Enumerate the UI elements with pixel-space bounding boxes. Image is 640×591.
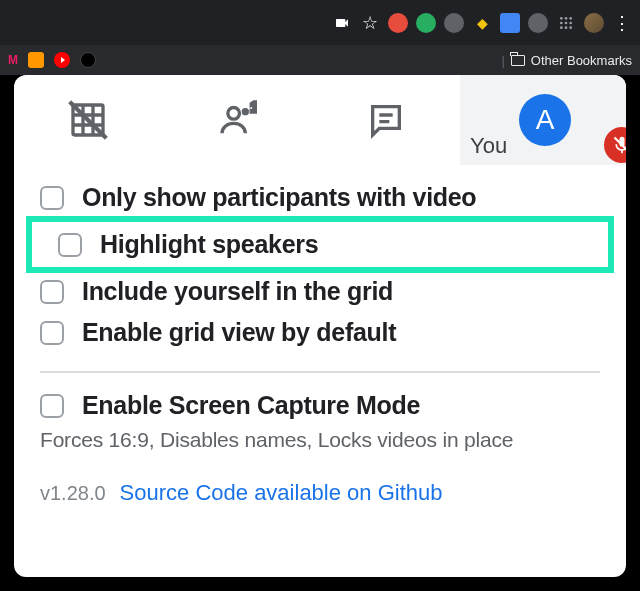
bookmarks-left: M: [8, 52, 96, 68]
svg-text:1: 1: [250, 100, 257, 115]
option-only-video[interactable]: Only show participants with video: [40, 177, 600, 218]
svg-point-5: [569, 21, 572, 24]
star-icon[interactable]: ☆: [360, 13, 380, 33]
option-label: Enable grid view by default: [82, 318, 396, 347]
tab-grid-off[interactable]: [14, 75, 163, 165]
option-label: Include yourself in the grid: [82, 277, 393, 306]
browser-toolbar: ☆ ◆ ⋮: [0, 0, 640, 45]
extension-icon[interactable]: [444, 13, 464, 33]
option-label: Only show participants with video: [82, 183, 476, 212]
source-code-link[interactable]: Source Code available on Github: [120, 480, 443, 506]
bookmark-icon[interactable]: [54, 52, 70, 68]
svg-point-7: [565, 26, 568, 29]
other-bookmarks[interactable]: | Other Bookmarks: [501, 53, 632, 68]
svg-point-6: [560, 26, 563, 29]
checkbox[interactable]: [40, 394, 64, 418]
svg-point-2: [569, 17, 572, 20]
folder-icon: [511, 55, 525, 66]
tab-chat[interactable]: [311, 75, 460, 165]
extension-icon[interactable]: [388, 13, 408, 33]
option-label: Enable Screen Capture Mode: [82, 391, 420, 420]
extension-panel: 1 You A: [14, 75, 626, 577]
you-label: You: [470, 133, 507, 165]
content-area: 1 You A: [0, 75, 640, 591]
camera-icon[interactable]: [332, 13, 352, 33]
svg-point-1: [565, 17, 568, 20]
checkbox[interactable]: [58, 233, 82, 257]
svg-point-8: [569, 26, 572, 29]
apps-grid-icon[interactable]: [556, 13, 576, 33]
mic-muted-icon[interactable]: [604, 127, 626, 163]
checkbox[interactable]: [40, 321, 64, 345]
tab-people[interactable]: 1: [163, 75, 312, 165]
separator: [40, 371, 600, 373]
option-default-grid[interactable]: Enable grid view by default: [40, 312, 600, 353]
svg-point-4: [565, 21, 568, 24]
bookmark-icon[interactable]: [28, 52, 44, 68]
other-bookmarks-label: Other Bookmarks: [531, 53, 632, 68]
svg-point-16: [242, 108, 249, 115]
svg-point-15: [228, 108, 240, 120]
checkbox[interactable]: [40, 186, 64, 210]
version-label: v1.28.0: [40, 482, 106, 505]
bookmark-icon[interactable]: M: [8, 53, 18, 67]
profile-avatar[interactable]: [584, 13, 604, 33]
option-include-self[interactable]: Include yourself in the grid: [40, 271, 600, 312]
options-list: Only show participants with video Highli…: [14, 165, 626, 452]
divider: |: [501, 53, 504, 68]
kebab-menu-icon[interactable]: ⋮: [612, 13, 632, 33]
avatar: A: [519, 94, 571, 146]
footer: v1.28.0 Source Code available on Github: [14, 452, 626, 506]
option-label: Highlight speakers: [100, 230, 318, 259]
bookmark-icon[interactable]: [80, 52, 96, 68]
svg-point-0: [560, 17, 563, 20]
svg-line-14: [70, 102, 107, 139]
tab-row: 1 You A: [14, 75, 626, 165]
avatar-initial: A: [536, 104, 555, 136]
extension-icon[interactable]: [416, 13, 436, 33]
extension-icon[interactable]: [500, 13, 520, 33]
self-video-tile[interactable]: You A: [460, 75, 626, 165]
extension-icon[interactable]: ◆: [472, 13, 492, 33]
extension-icon[interactable]: [528, 13, 548, 33]
option-capture-mode[interactable]: Enable Screen Capture Mode: [40, 385, 600, 426]
capture-mode-description: Forces 16:9, Disables names, Locks video…: [40, 428, 600, 452]
bookmarks-bar: M | Other Bookmarks: [0, 45, 640, 75]
checkbox[interactable]: [40, 280, 64, 304]
svg-point-3: [560, 21, 563, 24]
option-highlight-speakers[interactable]: Highlight speakers: [26, 216, 614, 273]
